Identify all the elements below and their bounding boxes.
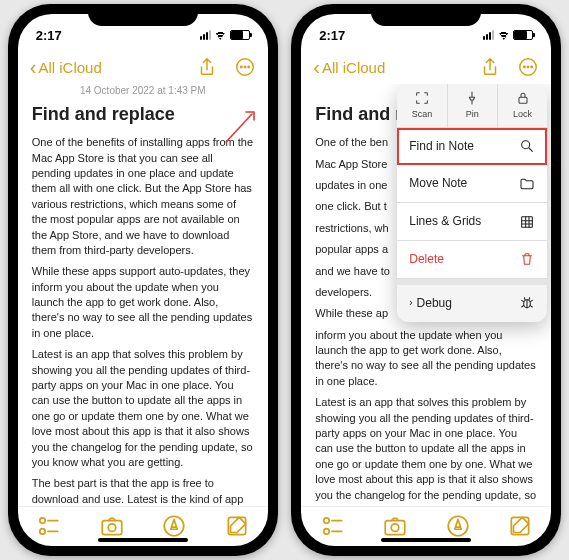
status-time: 2:17 xyxy=(36,28,62,43)
menu-top-row: Scan Pin Lock xyxy=(397,84,547,128)
wifi-icon xyxy=(497,30,510,40)
menu-find-in-note[interactable]: Find in Note xyxy=(397,128,547,166)
share-button[interactable] xyxy=(196,56,218,78)
battery-icon xyxy=(513,30,533,40)
notch xyxy=(88,4,198,26)
svg-point-5 xyxy=(40,517,45,522)
svg-point-10 xyxy=(108,523,116,531)
svg-rect-18 xyxy=(519,97,527,103)
svg-point-15 xyxy=(524,66,525,67)
notch xyxy=(371,4,481,26)
menu-lines-grids[interactable]: Lines & Grids xyxy=(397,203,547,241)
markup-icon xyxy=(161,513,187,539)
note-paragraph: inform you about the update when you lau… xyxy=(315,328,537,390)
action-menu: Scan Pin Lock Find in Note M xyxy=(397,84,547,322)
status-indicators xyxy=(200,30,250,40)
menu-lock[interactable]: Lock xyxy=(498,84,547,127)
svg-point-33 xyxy=(391,523,399,531)
search-icon xyxy=(519,138,535,154)
home-indicator[interactable] xyxy=(381,538,471,542)
svg-point-1 xyxy=(240,66,241,67)
svg-point-7 xyxy=(40,528,45,533)
status-indicators xyxy=(483,30,533,40)
lock-icon xyxy=(515,90,531,106)
svg-rect-9 xyxy=(102,520,122,534)
chevron-left-icon: ‹ xyxy=(30,57,37,77)
checklist-button[interactable] xyxy=(36,513,62,539)
nav-bar: ‹ All iCloud xyxy=(301,50,551,84)
note-timestamp: 14 October 2022 at 1:43 PM xyxy=(32,84,254,98)
svg-point-28 xyxy=(323,517,328,522)
back-button[interactable]: ‹ All iCloud xyxy=(313,57,385,77)
checklist-icon xyxy=(320,513,346,539)
nav-bar: ‹ All iCloud xyxy=(18,50,268,84)
svg-rect-21 xyxy=(522,216,533,227)
bug-icon xyxy=(519,295,535,311)
menu-move-note[interactable]: Move Note xyxy=(397,165,547,203)
camera-icon xyxy=(382,513,408,539)
note-paragraph: The best part is that the app is free to… xyxy=(32,476,254,506)
share-icon xyxy=(196,56,218,78)
chevron-left-icon: ‹ xyxy=(313,57,320,77)
menu-pin[interactable]: Pin xyxy=(448,84,498,127)
ellipsis-circle-icon xyxy=(517,56,539,78)
note-paragraph: One of the benefits of installing apps f… xyxy=(32,135,254,258)
camera-icon xyxy=(99,513,125,539)
home-indicator[interactable] xyxy=(98,538,188,542)
scan-icon xyxy=(414,90,430,106)
note-content[interactable]: 14 October 2022 at 1:43 PM Find and repl… xyxy=(301,84,551,506)
menu-debug[interactable]: › Debug xyxy=(397,285,547,322)
more-button[interactable] xyxy=(234,56,256,78)
compose-button[interactable] xyxy=(507,513,533,539)
phone-frame-left: 2:17 ‹ All iCloud xyxy=(8,4,278,556)
note-title: Find and replace xyxy=(32,102,254,127)
svg-rect-32 xyxy=(385,520,405,534)
back-label: All iCloud xyxy=(322,59,385,76)
screen-right: 2:17 ‹ All iCloud 14 October 20 xyxy=(301,14,551,546)
svg-point-30 xyxy=(323,528,328,533)
note-paragraph: Latest is an app that solves this proble… xyxy=(32,347,254,470)
note-paragraph: Latest is an app that solves this proble… xyxy=(315,395,537,506)
menu-pin-label: Pin xyxy=(466,108,479,121)
svg-point-2 xyxy=(244,66,245,67)
pin-icon xyxy=(464,90,480,106)
markup-icon xyxy=(445,513,471,539)
menu-scan[interactable]: Scan xyxy=(397,84,447,127)
svg-point-3 xyxy=(248,66,249,67)
camera-button[interactable] xyxy=(382,513,408,539)
camera-button[interactable] xyxy=(99,513,125,539)
svg-line-20 xyxy=(529,148,532,151)
cellular-icon xyxy=(483,30,494,40)
share-button[interactable] xyxy=(479,56,501,78)
markup-button[interactable] xyxy=(445,513,471,539)
compose-icon xyxy=(507,513,533,539)
menu-move-label: Move Note xyxy=(409,175,467,192)
more-button[interactable] xyxy=(517,56,539,78)
status-time: 2:17 xyxy=(319,28,345,43)
checklist-icon xyxy=(36,513,62,539)
screen-left: 2:17 ‹ All iCloud xyxy=(18,14,268,546)
menu-scan-label: Scan xyxy=(412,108,433,121)
back-label: All iCloud xyxy=(38,59,101,76)
svg-point-17 xyxy=(531,66,532,67)
compose-icon xyxy=(224,513,250,539)
battery-icon xyxy=(230,30,250,40)
trash-icon xyxy=(519,251,535,267)
cellular-icon xyxy=(200,30,211,40)
menu-lines-label: Lines & Grids xyxy=(409,213,481,230)
phone-frame-right: 2:17 ‹ All iCloud 14 October 20 xyxy=(291,4,561,556)
menu-debug-label: Debug xyxy=(417,295,452,312)
menu-delete[interactable]: Delete xyxy=(397,241,547,279)
ellipsis-circle-icon xyxy=(234,56,256,78)
menu-lock-label: Lock xyxy=(513,108,532,121)
folder-icon xyxy=(519,176,535,192)
grid-icon xyxy=(519,214,535,230)
markup-button[interactable] xyxy=(161,513,187,539)
compose-button[interactable] xyxy=(224,513,250,539)
checklist-button[interactable] xyxy=(320,513,346,539)
note-content[interactable]: 14 October 2022 at 1:43 PM Find and repl… xyxy=(18,84,268,506)
svg-point-16 xyxy=(528,66,529,67)
menu-find-label: Find in Note xyxy=(409,138,474,155)
menu-delete-label: Delete xyxy=(409,251,444,268)
back-button[interactable]: ‹ All iCloud xyxy=(30,57,102,77)
